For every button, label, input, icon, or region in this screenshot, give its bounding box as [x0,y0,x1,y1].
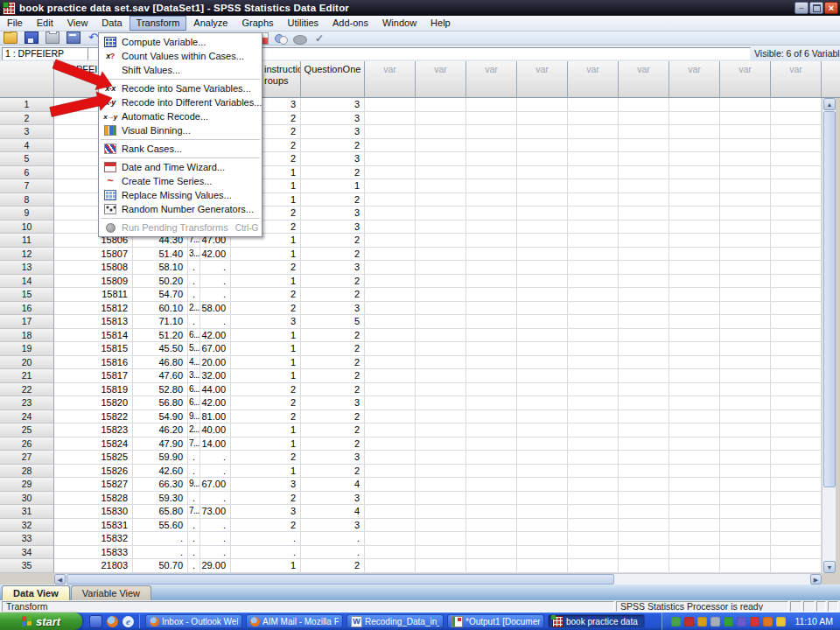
grid-cell[interactable]: . [133,532,188,546]
menu-utilities[interactable]: Utilities [281,16,326,31]
grid-cell[interactable] [568,275,619,289]
grid-cell[interactable]: . [200,492,231,506]
grid-cell[interactable] [416,451,466,465]
row-number-cell[interactable]: 13 [0,261,54,275]
grid-cell[interactable] [517,492,568,506]
grid-cell[interactable]: 15808 [54,261,133,275]
grid-cell[interactable] [771,356,822,370]
grid-cell[interactable] [720,383,771,397]
grid-cell[interactable] [568,261,619,275]
grid-cell[interactable]: 73.00 [200,505,231,519]
grid-cell[interactable] [771,152,822,166]
grid-cell[interactable]: . [200,546,231,560]
grid-cell[interactable] [416,519,466,533]
row-number-cell[interactable]: 4 [0,139,54,153]
grid-cell[interactable] [619,383,669,397]
vertical-scroll-thumb[interactable] [823,111,836,487]
grid-cell[interactable] [720,532,771,546]
grid-cell[interactable]: 15830 [54,505,133,519]
grid-cell[interactable]: 3 [301,125,365,139]
grid-cell[interactable] [365,424,416,438]
grid-cell[interactable] [619,275,669,289]
grid-cell[interactable] [365,383,416,397]
grid-cell[interactable]: 1 [231,438,301,452]
grid-cell[interactable] [416,438,466,452]
grid-cell[interactable] [720,98,771,112]
grid-cell[interactable] [416,396,466,410]
grid-cell[interactable] [720,261,771,275]
grid-cell[interactable] [771,329,822,343]
grid-cell[interactable] [771,465,822,479]
row-number-cell[interactable]: 5 [0,152,54,166]
grid-cell[interactable] [365,261,416,275]
grid-cell[interactable] [771,261,822,275]
grid-cell[interactable] [568,342,619,356]
grid-cell[interactable] [568,396,619,410]
grid-cell[interactable]: 58.00 [200,302,231,316]
grid-cell[interactable] [517,329,568,343]
scroll-right-arrow-icon[interactable]: ▶ [810,574,822,584]
print-icon[interactable] [46,32,60,44]
grid-cell[interactable] [568,152,619,166]
grid-cell[interactable] [365,220,416,234]
grid-cell[interactable] [619,478,669,492]
grid-cell[interactable]: 15817 [54,369,133,383]
grid-cell[interactable] [568,369,619,383]
grid-cell[interactable] [517,559,568,573]
grid-cell[interactable] [720,179,771,193]
grid-cell[interactable] [466,492,517,506]
tray-icon-4[interactable] [710,617,720,626]
grid-cell[interactable] [517,193,568,207]
row-number-cell[interactable]: 15 [0,288,54,302]
grid-cell[interactable]: . [200,275,231,289]
grid-cell[interactable] [771,206,822,220]
grid-cell[interactable]: 2 [301,193,365,207]
grid-cell[interactable] [466,125,517,139]
open-folder-icon[interactable] [4,32,18,44]
grid-cell[interactable]: 47.90 [133,438,188,452]
grid-cell[interactable] [771,193,822,207]
column-header-var[interactable]: var [720,61,771,98]
grid-cell[interactable] [720,288,771,302]
grid-cell[interactable]: 1 [231,275,301,289]
row-number-cell[interactable]: 20 [0,356,54,370]
grid-cell[interactable] [416,383,466,397]
grid-cell[interactable] [669,220,720,234]
grid-cell[interactable] [720,139,771,153]
grid-cell[interactable]: 15819 [54,383,133,397]
grid-cell[interactable]: 15825 [54,451,133,465]
grid-cell[interactable]: 2 [301,342,365,356]
grid-cell[interactable] [416,179,466,193]
grid-cell[interactable] [619,234,669,248]
grid-cell[interactable]: 2 [301,329,365,343]
grid-cell[interactable] [466,438,517,452]
column-header-var[interactable]: var [619,61,669,98]
grid-cell[interactable] [416,505,466,519]
grid-cell[interactable] [365,329,416,343]
menu-item-count-values-within-cases[interactable]: x?Count Values within Cases... [99,49,262,63]
grid-cell[interactable] [720,342,771,356]
grid-cell[interactable] [517,546,568,560]
menu-item-recode-into-same-variables[interactable]: x-xRecode into Same Variables... [99,81,262,95]
grid-cell[interactable] [416,206,466,220]
taskbar-task-2[interactable]: AIM Mail - Mozilla Fir... [246,614,343,628]
grid-cell[interactable] [517,451,568,465]
grid-cell[interactable] [568,248,619,262]
grid-cell[interactable]: 15824 [54,438,133,452]
menu-item-automatic-recode[interactable]: x→yAutomatic Recode... [99,109,262,123]
grid-cell[interactable] [517,125,568,139]
grid-cell[interactable] [669,356,720,370]
grid-cell[interactable]: 2 [301,410,365,424]
grid-cell[interactable] [771,112,822,126]
grid-cell[interactable]: 51.40 [133,248,188,262]
grid-cell[interactable] [517,465,568,479]
column-header-var[interactable]: var [568,61,619,98]
scroll-up-arrow-icon[interactable]: ▲ [823,98,836,110]
grid-cell[interactable] [771,383,822,397]
row-number-cell[interactable]: 32 [0,519,54,533]
grid-cell[interactable]: 3 [301,112,365,126]
grid-cell[interactable] [416,302,466,316]
grid-cell[interactable] [720,248,771,262]
grid-cell[interactable] [517,275,568,289]
grid-cell[interactable] [517,206,568,220]
